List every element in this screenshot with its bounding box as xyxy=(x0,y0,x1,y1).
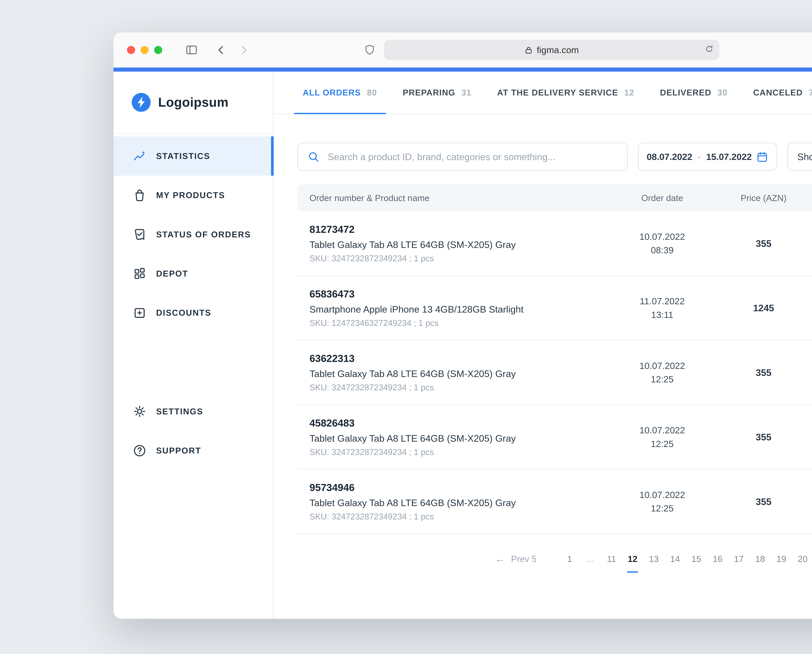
order-time: 13:11 xyxy=(608,308,716,321)
prev-label: Prev 5 xyxy=(511,554,537,564)
search-input[interactable] xyxy=(326,151,618,163)
page-number[interactable]: 20 xyxy=(798,554,807,564)
page-number[interactable]: 19 xyxy=(777,554,786,564)
browser-back-button[interactable] xyxy=(216,44,227,56)
grid-icon xyxy=(133,266,147,281)
logo[interactable]: Logoipsum xyxy=(113,72,273,134)
order-date: 10.07.2022 xyxy=(608,359,716,373)
header-status: Status xyxy=(811,193,812,203)
minimize-window-button[interactable] xyxy=(141,46,148,54)
tab-preparing[interactable]: PREPARING 31 xyxy=(394,72,480,113)
gear-icon xyxy=(133,404,147,419)
pagination: ← Prev 5 1 ... 11 12 13 14 15 16 1 xyxy=(297,553,812,581)
address-bar[interactable]: figma.com xyxy=(384,40,719,60)
prev-page-button[interactable]: ← Prev 5 xyxy=(495,553,537,565)
page-list: 1 ... 11 12 13 14 15 16 17 18 19 20 xyxy=(565,554,812,564)
date-to: 15.07.2022 xyxy=(706,151,752,162)
filters-row: 08.07.2022 - 15.07.2022 Show all statuse… xyxy=(297,142,812,171)
desktop-background: figma.com xyxy=(0,0,812,654)
browser-forward-button[interactable] xyxy=(238,44,249,56)
product-cell: 63622313 Tablet Galaxy Tab A8 LTE 64GB (… xyxy=(297,353,608,392)
page-number[interactable]: 18 xyxy=(755,554,765,564)
privacy-shield-button[interactable] xyxy=(364,44,375,56)
calendar-icon xyxy=(756,151,768,163)
window-controls xyxy=(127,46,165,54)
order-date-cell: 10.07.2022 12:25 xyxy=(608,423,716,451)
status-cell: ✓ Delivered xyxy=(811,233,812,254)
date-range-picker[interactable]: 08.07.2022 - 15.07.2022 xyxy=(638,142,777,171)
page-number[interactable]: 14 xyxy=(670,554,680,564)
table-row[interactable]: 81273472 Tablet Galaxy Tab A8 LTE 64GB (… xyxy=(297,211,812,276)
close-window-button[interactable] xyxy=(127,46,135,54)
sidebar-item-settings[interactable]: SETTINGS xyxy=(113,392,273,431)
chevron-right-icon xyxy=(238,44,249,56)
tab-all-orders[interactable]: ALL ORDERS 80 xyxy=(294,72,386,113)
sidebar-item-depot[interactable]: DEPOT xyxy=(113,254,273,293)
product-sku: SKU: 12472346327249234 ; 1 pcs xyxy=(309,318,608,328)
order-date: 11.07.2022 xyxy=(608,294,716,308)
table-row[interactable]: 63622313 Tablet Galaxy Tab A8 LTE 64GB (… xyxy=(297,341,812,405)
page-number[interactable]: 11 xyxy=(607,554,616,564)
shopping-bag-icon xyxy=(133,188,147,202)
browser-sidebar-toggle-button[interactable] xyxy=(185,44,198,57)
order-number: 81273472 xyxy=(309,223,608,235)
page-ellipsis: ... xyxy=(586,554,595,564)
product-sku: SKU: 3247232872349234 ; 1 pcs xyxy=(309,382,608,392)
sidebar-item-my-products[interactable]: MY PRODUCTS xyxy=(113,176,273,215)
order-date: 10.07.2022 xyxy=(608,488,716,501)
order-time: 12:25 xyxy=(608,437,716,451)
shield-icon xyxy=(364,44,375,56)
product-name: Smartphone Apple iPhone 13 4GB/128GB Sta… xyxy=(309,304,608,315)
search-icon xyxy=(307,151,320,163)
table-row[interactable]: 65836473 Smartphone Apple iPhone 13 4GB/… xyxy=(297,276,812,341)
header-order-date: Order date xyxy=(608,193,716,203)
status-filter-value: Show all statuses xyxy=(797,151,812,162)
zoom-window-button[interactable] xyxy=(154,46,162,54)
tab-at-the-delivery-service[interactable]: AT THE DELIVERY SERVICE 12 xyxy=(488,72,643,113)
order-date: 10.07.2022 xyxy=(608,230,716,243)
page-number[interactable]: 17 xyxy=(734,554,744,564)
price-value: 355 xyxy=(716,432,811,442)
table-row[interactable]: 45826483 Tablet Galaxy Tab A8 LTE 64GB (… xyxy=(297,405,812,470)
chevron-left-icon xyxy=(216,44,227,56)
date-separator: - xyxy=(696,151,702,162)
tab-label: CANCELED xyxy=(753,88,803,98)
order-number: 45826483 xyxy=(309,417,608,429)
tab-count: 30 xyxy=(717,88,728,98)
page-number[interactable]: 13 xyxy=(649,554,659,564)
price-value: 1245 xyxy=(716,303,811,313)
page-number[interactable]: 15 xyxy=(691,554,701,564)
tab-label: PREPARING xyxy=(403,88,456,98)
sidebar-item-label: SETTINGS xyxy=(156,406,203,416)
tab-delivered[interactable]: DELIVERED 30 xyxy=(651,72,736,113)
date-from: 08.07.2022 xyxy=(647,151,692,162)
sidebar-item-status-of-orders[interactable]: STATUS OF ORDERS xyxy=(113,215,273,254)
order-number: 95734946 xyxy=(309,482,608,493)
product-sku: SKU: 3247232872349234 ; 1 pcs xyxy=(309,254,608,263)
header-product: Order number & Product name xyxy=(297,193,608,203)
refresh-button[interactable] xyxy=(705,44,714,56)
sidebar-nav: STATISTICS MY PRODUCTS xyxy=(113,134,273,470)
order-date-cell: 10.07.2022 12:25 xyxy=(608,359,716,386)
tab-canceled[interactable]: CANCELED 7 xyxy=(745,72,812,113)
main-content: ALL ORDERS 80 PREPARING 31 AT THE DELIVE… xyxy=(274,72,812,619)
status-filter-dropdown[interactable]: Show all statuses xyxy=(787,142,812,171)
sidebar-item-support[interactable]: SUPPORT xyxy=(113,431,273,470)
sidebar-item-label: DEPOT xyxy=(156,269,188,278)
page-number[interactable]: 1 xyxy=(565,554,574,564)
header-price: Price (AZN) xyxy=(716,193,811,203)
page-current[interactable]: 12 xyxy=(628,554,638,564)
refresh-icon xyxy=(705,44,714,53)
sidebar-item-discounts[interactable]: DISCOUNTS xyxy=(113,293,273,332)
arrow-left-icon: ← xyxy=(495,553,505,565)
page-number[interactable]: 16 xyxy=(713,554,723,564)
orders-table: 81273472 Tablet Galaxy Tab A8 LTE 64GB (… xyxy=(297,211,812,534)
search-box xyxy=(297,142,628,171)
table-row[interactable]: 95734946 Tablet Galaxy Tab A8 LTE 64GB (… xyxy=(297,469,812,534)
sidebar: Logoipsum STATISTICS xyxy=(113,72,274,619)
product-cell: 45826483 Tablet Galaxy Tab A8 LTE 64GB (… xyxy=(297,417,608,457)
statistics-icon xyxy=(133,149,147,163)
sidebar-item-label: DISCOUNTS xyxy=(156,308,211,318)
order-number: 63622313 xyxy=(309,353,608,364)
sidebar-item-statistics[interactable]: STATISTICS xyxy=(113,136,273,176)
